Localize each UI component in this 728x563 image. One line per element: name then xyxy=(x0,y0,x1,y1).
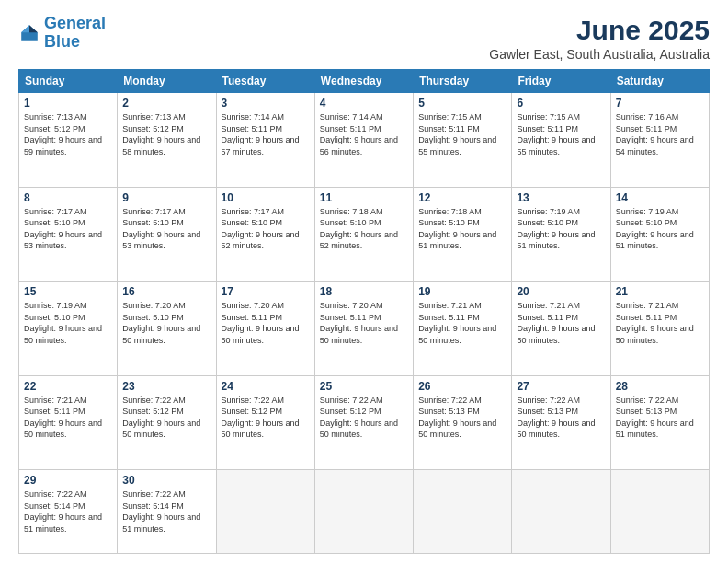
day-number: 9 xyxy=(122,191,210,204)
calendar-day-cell: 20Sunrise: 7:21 AMSunset: 5:11 PMDayligh… xyxy=(512,282,610,376)
calendar-day-cell: 3Sunrise: 7:14 AMSunset: 5:11 PMDaylight… xyxy=(216,93,314,188)
calendar-day-cell: 22Sunrise: 7:21 AMSunset: 5:11 PMDayligh… xyxy=(19,375,118,470)
calendar-week-row: 29Sunrise: 7:22 AMSunset: 5:14 PMDayligh… xyxy=(19,470,710,554)
day-info: Sunrise: 7:14 AMSunset: 5:11 PMDaylight:… xyxy=(222,111,310,157)
day-info: Sunrise: 7:13 AMSunset: 5:12 PMDaylight:… xyxy=(24,111,112,157)
month-title: June 2025 xyxy=(489,15,710,45)
calendar-day-cell: 10Sunrise: 7:17 AMSunset: 5:10 PMDayligh… xyxy=(216,187,314,282)
weekday-header: Thursday xyxy=(414,70,512,93)
calendar-header-row: SundayMondayTuesdayWednesdayThursdayFrid… xyxy=(19,70,710,93)
day-info: Sunrise: 7:21 AMSunset: 5:11 PMDaylight:… xyxy=(24,395,112,441)
calendar-day-cell: 16Sunrise: 7:20 AMSunset: 5:10 PMDayligh… xyxy=(118,282,216,376)
day-info: Sunrise: 7:15 AMSunset: 5:11 PMDaylight:… xyxy=(418,111,506,157)
weekday-header: Friday xyxy=(512,70,610,93)
day-info: Sunrise: 7:15 AMSunset: 5:11 PMDaylight:… xyxy=(517,111,605,157)
calendar-day-cell: 12Sunrise: 7:18 AMSunset: 5:10 PMDayligh… xyxy=(414,187,512,282)
day-info: Sunrise: 7:22 AMSunset: 5:13 PMDaylight:… xyxy=(418,395,506,441)
day-info: Sunrise: 7:22 AMSunset: 5:12 PMDaylight:… xyxy=(222,395,310,441)
day-info: Sunrise: 7:22 AMSunset: 5:14 PMDaylight:… xyxy=(122,488,210,534)
day-info: Sunrise: 7:14 AMSunset: 5:11 PMDaylight:… xyxy=(320,111,408,157)
day-info: Sunrise: 7:22 AMSunset: 5:13 PMDaylight:… xyxy=(616,395,704,441)
header: General Blue June 2025 Gawler East, Sout… xyxy=(18,15,710,62)
calendar-day-cell: 18Sunrise: 7:20 AMSunset: 5:11 PMDayligh… xyxy=(314,282,413,376)
day-info: Sunrise: 7:22 AMSunset: 5:12 PMDaylight:… xyxy=(320,395,408,441)
calendar-day-cell: 1Sunrise: 7:13 AMSunset: 5:12 PMDaylight… xyxy=(19,93,118,188)
weekday-header: Wednesday xyxy=(314,70,413,93)
day-info: Sunrise: 7:22 AMSunset: 5:12 PMDaylight:… xyxy=(122,395,210,441)
day-info: Sunrise: 7:19 AMSunset: 5:10 PMDaylight:… xyxy=(616,206,704,252)
day-info: Sunrise: 7:21 AMSunset: 5:11 PMDaylight:… xyxy=(517,300,605,346)
calendar-day-cell: 29Sunrise: 7:22 AMSunset: 5:14 PMDayligh… xyxy=(19,470,118,554)
title-area: June 2025 Gawler East, South Australia, … xyxy=(489,15,710,62)
day-info: Sunrise: 7:22 AMSunset: 5:13 PMDaylight:… xyxy=(517,395,605,441)
logo-text: General Blue xyxy=(44,15,106,52)
day-number: 30 xyxy=(122,474,210,487)
day-info: Sunrise: 7:13 AMSunset: 5:12 PMDaylight:… xyxy=(122,111,210,157)
day-info: Sunrise: 7:20 AMSunset: 5:10 PMDaylight:… xyxy=(122,300,210,346)
calendar-day-cell: 23Sunrise: 7:22 AMSunset: 5:12 PMDayligh… xyxy=(118,375,216,470)
logo-general: General xyxy=(44,14,106,32)
day-number: 3 xyxy=(222,97,310,109)
page: General Blue June 2025 Gawler East, Sout… xyxy=(0,0,728,563)
day-number: 18 xyxy=(320,285,408,298)
day-number: 4 xyxy=(320,97,408,109)
day-info: Sunrise: 7:20 AMSunset: 5:11 PMDaylight:… xyxy=(222,300,310,346)
calendar-week-row: 15Sunrise: 7:19 AMSunset: 5:10 PMDayligh… xyxy=(19,282,710,376)
day-info: Sunrise: 7:19 AMSunset: 5:10 PMDaylight:… xyxy=(24,300,112,346)
calendar-day-cell: 15Sunrise: 7:19 AMSunset: 5:10 PMDayligh… xyxy=(19,282,118,376)
calendar-day-cell: 21Sunrise: 7:21 AMSunset: 5:11 PMDayligh… xyxy=(610,282,709,376)
day-number: 5 xyxy=(418,97,506,109)
calendar-day-cell: 25Sunrise: 7:22 AMSunset: 5:12 PMDayligh… xyxy=(314,375,413,470)
calendar-day-cell: 30Sunrise: 7:22 AMSunset: 5:14 PMDayligh… xyxy=(118,470,216,554)
day-number: 29 xyxy=(24,474,112,487)
day-info: Sunrise: 7:21 AMSunset: 5:11 PMDaylight:… xyxy=(616,300,704,346)
calendar-week-row: 22Sunrise: 7:21 AMSunset: 5:11 PMDayligh… xyxy=(19,375,710,470)
subtitle: Gawler East, South Australia, Australia xyxy=(489,47,710,62)
day-number: 8 xyxy=(24,191,112,204)
calendar-day-cell: 26Sunrise: 7:22 AMSunset: 5:13 PMDayligh… xyxy=(414,375,512,470)
day-number: 28 xyxy=(616,380,704,393)
svg-marker-1 xyxy=(29,25,38,32)
day-number: 11 xyxy=(320,191,408,204)
day-info: Sunrise: 7:20 AMSunset: 5:11 PMDaylight:… xyxy=(320,300,408,346)
weekday-header: Tuesday xyxy=(216,70,314,93)
calendar-day-cell: 2Sunrise: 7:13 AMSunset: 5:12 PMDaylight… xyxy=(118,93,216,188)
calendar-day-cell xyxy=(512,470,610,554)
calendar-table: SundayMondayTuesdayWednesdayThursdayFrid… xyxy=(18,69,710,554)
calendar-day-cell: 8Sunrise: 7:17 AMSunset: 5:10 PMDaylight… xyxy=(19,187,118,282)
day-number: 20 xyxy=(517,285,605,298)
day-number: 23 xyxy=(122,380,210,393)
day-number: 27 xyxy=(517,380,605,393)
calendar-day-cell: 7Sunrise: 7:16 AMSunset: 5:11 PMDaylight… xyxy=(610,93,709,188)
day-number: 26 xyxy=(418,380,506,393)
day-info: Sunrise: 7:17 AMSunset: 5:10 PMDaylight:… xyxy=(222,206,310,252)
day-number: 22 xyxy=(24,380,112,393)
day-number: 25 xyxy=(320,380,408,393)
calendar-day-cell: 14Sunrise: 7:19 AMSunset: 5:10 PMDayligh… xyxy=(610,187,709,282)
day-number: 13 xyxy=(517,191,605,204)
calendar-day-cell: 28Sunrise: 7:22 AMSunset: 5:13 PMDayligh… xyxy=(610,375,709,470)
day-number: 24 xyxy=(222,380,310,393)
weekday-header: Sunday xyxy=(19,70,118,93)
day-number: 21 xyxy=(616,285,704,298)
weekday-header: Saturday xyxy=(610,70,709,93)
calendar-day-cell: 19Sunrise: 7:21 AMSunset: 5:11 PMDayligh… xyxy=(414,282,512,376)
day-info: Sunrise: 7:17 AMSunset: 5:10 PMDaylight:… xyxy=(122,206,210,252)
calendar-week-row: 8Sunrise: 7:17 AMSunset: 5:10 PMDaylight… xyxy=(19,187,710,282)
calendar-day-cell: 9Sunrise: 7:17 AMSunset: 5:10 PMDaylight… xyxy=(118,187,216,282)
day-number: 7 xyxy=(616,97,704,109)
day-number: 2 xyxy=(122,97,210,109)
day-info: Sunrise: 7:19 AMSunset: 5:10 PMDaylight:… xyxy=(517,206,605,252)
calendar-day-cell: 5Sunrise: 7:15 AMSunset: 5:11 PMDaylight… xyxy=(414,93,512,188)
day-number: 17 xyxy=(222,285,310,298)
calendar-week-row: 1Sunrise: 7:13 AMSunset: 5:12 PMDaylight… xyxy=(19,93,710,188)
calendar-day-cell: 17Sunrise: 7:20 AMSunset: 5:11 PMDayligh… xyxy=(216,282,314,376)
calendar-day-cell xyxy=(216,470,314,554)
calendar-day-cell xyxy=(414,470,512,554)
day-info: Sunrise: 7:21 AMSunset: 5:11 PMDaylight:… xyxy=(418,300,506,346)
logo-blue: Blue xyxy=(44,32,80,51)
calendar-day-cell xyxy=(314,470,413,554)
calendar-day-cell: 24Sunrise: 7:22 AMSunset: 5:12 PMDayligh… xyxy=(216,375,314,470)
day-number: 15 xyxy=(24,285,112,298)
day-number: 16 xyxy=(122,285,210,298)
